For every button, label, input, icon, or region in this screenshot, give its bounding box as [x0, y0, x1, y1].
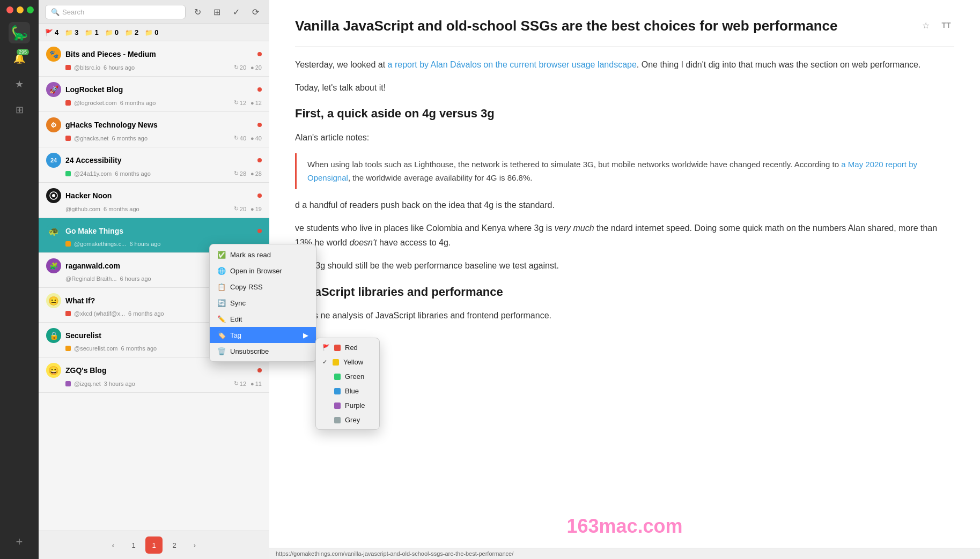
tag-red[interactable]: 🚩 Red [316, 340, 379, 355]
ctx-label: Open in Browser [230, 267, 282, 275]
feed-handle: @bitsrc.io [74, 64, 100, 71]
feed-item-zgq[interactable]: 😀 ZGQ's Blog @izgq.net 3 hours ago ↻ 12 … [39, 357, 269, 393]
tag-green[interactable]: Green [316, 369, 379, 384]
ctx-mark-as-read[interactable]: ✅ Mark as read [210, 247, 316, 263]
edit-icon: ✏️ [217, 315, 226, 323]
unread-dot [257, 158, 262, 162]
tag-yellow[interactable]: ✓ Yellow [316, 355, 379, 369]
feed-item-logrocket[interactable]: 🚀 LogRocket Blog @logrocket.com 6 months… [39, 77, 269, 112]
filter-grey[interactable]: 📁 0 [145, 28, 158, 36]
dino-icon: 🦕 [11, 25, 28, 41]
sidebar-grid-button[interactable]: ⊞ [9, 99, 30, 121]
next-page-button[interactable]: › [186, 536, 203, 554]
feed-unread-count: ↻ 20 [234, 205, 246, 212]
trash-icon: 🗑️ [217, 347, 226, 355]
filter-purple[interactable]: 📁 2 [125, 28, 138, 36]
heading-libraries: JavaScript libraries and performance [295, 282, 954, 302]
feed-time: 6 months ago [104, 206, 139, 212]
feed-time: 6 hours ago [104, 64, 135, 71]
ctx-copy-rss[interactable]: 📋 Copy RSS [210, 279, 316, 295]
feed-name: Bits and Pieces - Medium [65, 50, 253, 58]
feed-name: gHacks Technology News [65, 121, 253, 129]
mark-all-read-button[interactable]: ✓ [229, 4, 244, 19]
tag-color-blue [334, 388, 341, 394]
link-opensignal[interactable]: a May 2020 report by Opensignal [307, 160, 917, 183]
ctx-unsubscribe[interactable]: 🗑️ Unsubscribe [210, 343, 316, 359]
close-button[interactable] [6, 6, 13, 13]
sidebar-dino-button[interactable]: 🦕 [9, 22, 30, 43]
refresh-icon: ↻ [194, 7, 201, 17]
page-2-button[interactable]: 2 [166, 536, 183, 554]
feed-item-bitsrc[interactable]: 🐾 Bits and Pieces - Medium @bitsrc.io 6 … [39, 41, 269, 77]
feed-time: 6 months ago [128, 310, 164, 317]
link-browser-usage[interactable]: a report by Alan Dávalos on the current … [388, 60, 637, 69]
current-page-button[interactable]: 1 [145, 536, 163, 554]
tag-indicator [65, 100, 71, 106]
feed-item-hackernoon[interactable]: Hacker Noon @github.com 6 months ago ↻ 2… [39, 183, 269, 218]
filter-purple-count: 2 [135, 28, 138, 36]
tag-blue[interactable]: Blue [316, 384, 379, 398]
avatar: 😐 [46, 293, 61, 308]
font-size-button[interactable]: TT [938, 17, 954, 33]
check-icon: ✓ [233, 7, 240, 17]
feed-item-ghacks[interactable]: ⚙ gHacks Technology News @ghacks.net 6 m… [39, 112, 269, 147]
search-box[interactable]: 🔍 Search [45, 5, 186, 19]
prev-page-button[interactable]: ‹ [105, 536, 122, 554]
filter-grey-count: 0 [154, 28, 158, 36]
refresh-button[interactable]: ↻ [190, 4, 205, 19]
tag-indicator [65, 136, 71, 141]
grid-icon: ⊞ [16, 104, 24, 116]
feed-unread-count: ↻ 12 [234, 99, 246, 106]
svg-point-1 [52, 194, 55, 197]
filter-yellow[interactable]: 📁 3 [65, 28, 78, 36]
minimize-button[interactable] [17, 6, 24, 13]
feed-handle: @logrocket.com [74, 100, 117, 106]
sidebar-add-button[interactable]: + [9, 531, 30, 553]
unread-dot [257, 368, 262, 372]
feed-item-24a11y[interactable]: 24 24 Accessibility @24a11y.com 6 months… [39, 147, 269, 183]
avatar: 😀 [46, 363, 61, 378]
view-toggle-button[interactable]: ⊞ [209, 4, 224, 19]
filter-red[interactable]: 🚩 4 [45, 28, 58, 36]
article-body: Yesterday, we looked at a report by Alan… [295, 57, 954, 323]
filter-bar: 🚩 4 📁 3 📁 1 📁 0 📁 2 📁 0 [39, 24, 269, 41]
avatar: 🔒 [46, 328, 61, 343]
avatar: 🐾 [46, 47, 61, 62]
filter-green[interactable]: 📁 1 [85, 28, 98, 36]
star-article-button[interactable]: ☆ [918, 17, 934, 33]
history-button[interactable]: ⟳ [248, 4, 263, 19]
tag-grey[interactable]: Grey [316, 413, 379, 427]
tag-label-blue: Blue [345, 387, 359, 395]
feed-name: LogRocket Blog [65, 85, 253, 94]
paragraph-3: Alan's article notes: [295, 130, 954, 145]
ctx-sync[interactable]: 🔄 Sync [210, 295, 316, 311]
ctx-label: Edit [230, 315, 242, 323]
paragraph-4: d a handful of readers push back on the … [295, 198, 954, 212]
tag-purple[interactable]: Purple [316, 398, 379, 413]
unread-badge: 295 [17, 49, 29, 55]
avatar: 24 [46, 153, 61, 168]
unread-dot [257, 87, 262, 92]
ctx-tag[interactable]: 🏷️ Tag ▶ [210, 327, 316, 343]
feed-time: 3 hours ago [104, 381, 135, 387]
paragraph-2: Today, let's talk about it! [295, 80, 954, 95]
browser-icon: 🌐 [217, 266, 226, 275]
ctx-open-browser[interactable]: 🌐 Open in Browser [210, 263, 316, 279]
search-placeholder: Search [62, 8, 84, 16]
page-1-button[interactable]: 1 [125, 536, 142, 554]
feed-time: 6 hours ago [120, 275, 151, 282]
ctx-edit[interactable]: ✏️ Edit [210, 311, 316, 327]
filter-blue[interactable]: 📁 0 [105, 28, 119, 36]
feed-unread-count: ↻ 12 [234, 380, 246, 387]
maximize-button[interactable] [27, 6, 34, 13]
sidebar-star-button[interactable]: ★ [9, 73, 30, 95]
filter-green-count: 1 [94, 28, 98, 36]
feed-name: ZGQ's Blog [65, 366, 253, 375]
feed-time: 6 hours ago [129, 241, 160, 247]
grid-icon: ⊞ [213, 7, 220, 17]
sidebar-badge-button[interactable]: 🔔 295 [9, 48, 30, 69]
font-size-icon: TT [941, 21, 950, 29]
avatar: ⚙ [46, 117, 61, 132]
feed-total-count: ● 12 [250, 99, 262, 106]
feed-unread-count: ↻ 20 [234, 64, 246, 71]
